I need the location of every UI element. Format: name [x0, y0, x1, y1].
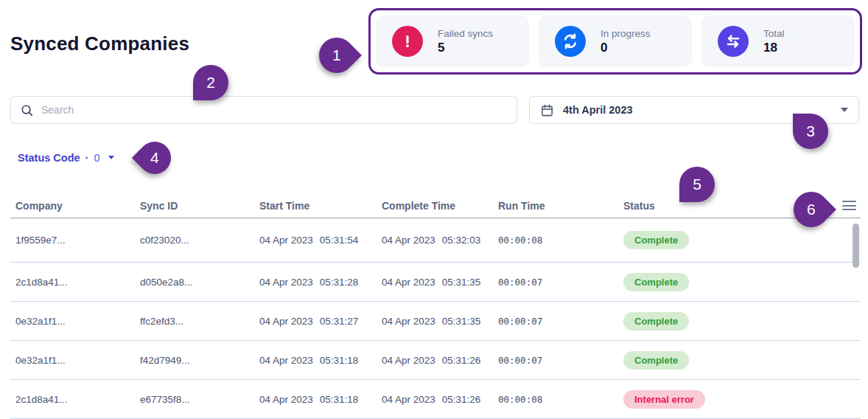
- run-time-cell: 00:00:07: [498, 316, 623, 327]
- start-time-cell: 04 Apr 202305:31:54: [259, 235, 382, 246]
- status-cell: Complete: [623, 351, 861, 370]
- sync-id-cell: f42d7949...: [140, 355, 259, 366]
- stat-label: In progress: [601, 28, 651, 39]
- sync-id-cell: c0f23020...: [140, 235, 259, 246]
- table-row[interactable]: 2c1d8a41...e67735f8...04 Apr 202305:31:1…: [10, 380, 861, 419]
- sync-id-cell: e67735f8...: [140, 394, 259, 405]
- search-input[interactable]: [41, 104, 508, 116]
- search-icon: [20, 103, 34, 117]
- company-cell: 2c1d8a41...: [15, 277, 140, 288]
- status-cell: Internal error: [623, 390, 861, 409]
- chevron-down-icon: [841, 108, 848, 112]
- status-badge: Complete: [623, 231, 689, 249]
- transfer-icon: [718, 26, 749, 57]
- run-time-cell: 00:00:07: [498, 355, 623, 366]
- stats-box: Failed syncs 5 In progress 0 Total 1: [368, 8, 862, 75]
- sync-id-cell: d050e2a8...: [140, 277, 259, 288]
- status-badge: Internal error: [623, 390, 705, 409]
- table-body: 1f9559e7...c0f23020...04 Apr 202305:31:5…: [10, 218, 861, 419]
- filter-count: 0: [94, 152, 100, 164]
- chevron-down-icon: [108, 156, 114, 159]
- stat-card-failed-syncs: Failed syncs 5: [376, 15, 529, 67]
- status-badge: Complete: [623, 312, 689, 330]
- table-row[interactable]: 2c1d8a41...d050e2a8...04 Apr 202305:31:2…: [10, 263, 861, 302]
- page-title: Synced Companies: [10, 32, 189, 55]
- status-badge: Complete: [623, 273, 689, 291]
- stat-card-total: Total 18: [701, 15, 855, 67]
- stat-value: 5: [438, 41, 493, 55]
- status-badge: Complete: [623, 351, 689, 370]
- company-cell: 0e32a1f1...: [15, 316, 140, 327]
- menu-icon[interactable]: [842, 201, 856, 213]
- start-time-cell: 04 Apr 202305:31:27: [259, 316, 382, 327]
- filter-label: Status Code: [18, 152, 80, 164]
- search-bar: [10, 96, 517, 124]
- company-cell: 1f9559e7...: [15, 235, 140, 246]
- status-cell: Complete: [623, 273, 861, 291]
- callout-5: 5: [679, 167, 715, 202]
- alert-icon: [392, 26, 423, 57]
- start-time-cell: 04 Apr 202305:31:18: [259, 394, 382, 405]
- refresh-icon: [555, 26, 586, 57]
- stat-card-in-progress: In progress 0: [539, 15, 692, 67]
- complete-time-cell: 04 Apr 202305:31:35: [382, 277, 498, 288]
- table-row[interactable]: 0e32a1f1...f42d7949...04 Apr 202305:31:1…: [10, 341, 861, 380]
- complete-time-cell: 04 Apr 202305:31:26: [382, 355, 498, 366]
- stat-label: Failed syncs: [438, 28, 493, 39]
- stat-label: Total: [763, 28, 785, 39]
- col-start-time: Start Time: [259, 200, 382, 212]
- run-time-cell: 00:00:08: [498, 394, 623, 405]
- run-time-cell: 00:00:08: [498, 235, 623, 246]
- callout-1: 1: [312, 30, 362, 80]
- complete-time-cell: 04 Apr 202305:31:35: [382, 316, 498, 327]
- stat-value: 0: [601, 41, 651, 55]
- callout-2: 2: [193, 65, 228, 100]
- company-cell: 2c1d8a41...: [15, 394, 140, 405]
- complete-time-cell: 04 Apr 202305:31:26: [382, 394, 498, 405]
- status-cell: Complete: [623, 231, 861, 249]
- col-company: Company: [15, 200, 140, 212]
- callout-3: 3: [793, 114, 828, 149]
- start-time-cell: 04 Apr 202305:31:28: [259, 277, 382, 288]
- callout-4: 4: [132, 135, 178, 181]
- company-cell: 0e32a1f1...: [15, 355, 140, 366]
- synced-companies-table: Company Sync ID Start Time Complete Time…: [10, 193, 861, 419]
- stat-value: 18: [763, 41, 785, 55]
- col-complete-time: Complete Time: [382, 200, 498, 212]
- calendar-icon: [540, 103, 554, 117]
- sync-id-cell: ffc2efd3...: [140, 316, 259, 327]
- run-time-cell: 00:00:07: [498, 277, 623, 288]
- table-header: Company Sync ID Start Time Complete Time…: [10, 193, 861, 218]
- status-code-filter[interactable]: Status Code · 0: [18, 151, 114, 164]
- col-run-time: Run Time: [498, 200, 623, 212]
- table-row[interactable]: 1f9559e7...c0f23020...04 Apr 202305:31:5…: [10, 218, 861, 263]
- status-cell: Complete: [623, 312, 861, 330]
- start-time-cell: 04 Apr 202305:31:18: [259, 355, 382, 366]
- scrollbar-thumb[interactable]: [853, 224, 859, 268]
- col-sync-id: Sync ID: [140, 200, 259, 212]
- table-row[interactable]: 0e32a1f1...ffc2efd3...04 Apr 202305:31:2…: [10, 302, 861, 341]
- complete-time-cell: 04 Apr 202305:32:03: [382, 235, 498, 246]
- filter-separator: ·: [85, 151, 89, 164]
